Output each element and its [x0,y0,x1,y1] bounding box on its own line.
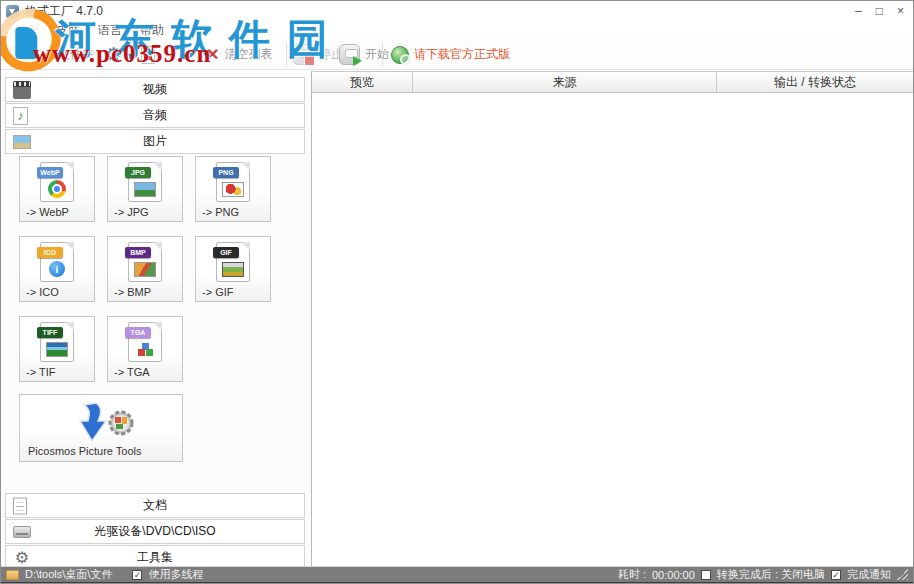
toolbar: 输出文件夹 ⚙ ✕ 清空列表 停止 开始 请下载官方正式版 [1,39,913,70]
category-picture-label: 图片 [143,133,167,150]
maximize-button[interactable]: □ [876,2,883,20]
shutdown-label: 转换完成后 : 关闭电脑 [717,567,825,582]
clear-icon: ✕ [206,45,219,64]
bmp-file-icon: BMP [128,242,162,282]
task-list-panel: 预览 来源 输出 / 转换状态 [312,71,913,566]
menu-task[interactable]: 任务 [5,22,47,39]
landscape-thumbnail-icon [46,342,68,357]
folder-icon [9,49,29,63]
menu-skin[interactable]: 皮肤 [47,22,89,39]
category-video-label: 视频 [143,81,167,98]
photo-thumbnail-icon [134,182,156,197]
category-audio-label: 音频 [143,107,167,124]
convert-to-tif-button[interactable]: TIFF -> TIF [19,316,95,382]
document-icon [13,497,27,514]
photo-thumbnail-icon [134,262,156,277]
convert-to-jpg-button[interactable]: JPG -> JPG [107,156,183,222]
png-file-icon: PNG [216,162,250,202]
menu-bar: 任务 皮肤 语言 帮助 [1,21,913,39]
category-toolset-label: 工具集 [137,549,173,566]
resize-grip[interactable] [897,569,908,580]
start-icon [339,44,360,65]
format-factory-window: 格式工厂 4.7.0 – □ × 任务 皮肤 语言 帮助 输出文件夹 ⚙ ✕ 清… [0,0,914,584]
gif-file-icon: GIF [216,242,250,282]
category-optical-label: 光驱设备\DVD\CD\ISO [94,523,215,540]
status-bar: D:\tools\桌面\文件 ✓ 使用多线程 耗时 : 00:00:00 转换完… [1,566,913,583]
menu-help[interactable]: 帮助 [131,22,173,39]
task-list-header: 预览 来源 输出 / 转换状态 [312,71,913,93]
tiff-file-icon: TIFF [40,322,74,362]
download-official-label: 请下载官方正式版 [414,46,510,63]
toolbar-divider [286,43,287,67]
elapsed-value: 00:00:00 [652,569,695,581]
window-title: 格式工厂 4.7.0 [25,3,103,20]
output-path[interactable]: D:\tools\桌面\文件 [25,567,112,582]
output-folder-label: 输出文件夹 [34,46,94,63]
category-video[interactable]: 视频 [5,77,305,102]
column-source[interactable]: 来源 [413,72,717,92]
output-path-folder-icon[interactable] [6,570,19,580]
elapsed-label: 耗时 : [618,567,646,582]
title-bar: 格式工厂 4.7.0 – □ × [1,1,913,21]
notify-label: 完成通知 [847,567,891,582]
picosmos-picture-tools-button[interactable]: Picosmos Picture Tools [19,394,183,462]
category-document-label: 文档 [143,497,167,514]
app-icon [6,5,19,18]
picture-icon [13,135,31,149]
category-audio[interactable]: ♪ 音频 [5,103,305,128]
category-picture[interactable]: 图片 [5,129,305,154]
photo-thumbnail-icon [222,262,244,277]
options-button[interactable]: ⚙ [105,41,122,68]
cubes-thumbnail-icon [134,342,156,357]
clear-list-button[interactable]: ✕ 清空列表 [206,41,272,68]
start-label: 开始 [365,46,389,63]
chrome-logo-icon [48,180,66,198]
globe-search-icon [391,46,409,64]
remove-button[interactable] [141,41,155,68]
picosmos-icon [56,401,156,445]
tga-file-icon: TGA [128,322,162,362]
convert-to-bmp-button[interactable]: BMP -> BMP [107,236,183,302]
multithread-checkbox[interactable]: ✓ [132,570,142,580]
task-list-area[interactable] [312,93,913,566]
flower-thumbnail-icon [222,182,244,197]
stop-button[interactable]: 停止 [293,41,343,68]
column-preview[interactable]: 预览 [312,72,413,92]
convert-to-gif-button[interactable]: GIF -> GIF [195,236,271,302]
webp-file-icon: WebP [40,162,74,202]
convert-to-tga-button[interactable]: TGA -> TGA [107,316,183,382]
category-document[interactable]: 文档 [5,493,305,518]
toolbar-divider [382,43,383,67]
toolbox-icon: ⚙ [13,549,31,567]
column-output-status[interactable]: 输出 / 转换状态 [717,72,913,92]
disc-drive-icon [13,526,31,538]
minimize-button[interactable]: – [855,2,862,20]
audio-icon: ♪ [13,107,28,125]
video-icon [13,81,31,99]
category-optical[interactable]: 光驱设备\DVD\CD\ISO [5,519,305,544]
convert-to-png-button[interactable]: PNG -> PNG [195,156,271,222]
output-folder-button[interactable]: 输出文件夹 [9,41,94,68]
remove-file-icon [141,46,155,64]
ico-file-icon: ICO [40,242,74,282]
category-panel: 视频 ♪ 音频 图片 WebP -> WebP JPG -> JPG [1,71,311,566]
clear-list-label: 清空列表 [224,46,272,63]
shutdown-checkbox[interactable] [701,570,711,580]
notify-checkbox[interactable]: ✓ [831,570,841,580]
multithread-label: 使用多线程 [148,567,203,582]
convert-to-ico-button[interactable]: ICO -> ICO [19,236,95,302]
jpg-file-icon: JPG [128,162,162,202]
info-circle-icon [49,261,65,277]
stop-icon [293,44,314,65]
close-button[interactable]: × [897,2,904,20]
convert-to-webp-button[interactable]: WebP -> WebP [19,156,95,222]
picosmos-label: Picosmos Picture Tools [28,445,142,457]
gear-icon: ⚙ [105,43,122,67]
download-official-button[interactable]: 请下载官方正式版 [391,41,510,68]
menu-language[interactable]: 语言 [89,22,131,39]
